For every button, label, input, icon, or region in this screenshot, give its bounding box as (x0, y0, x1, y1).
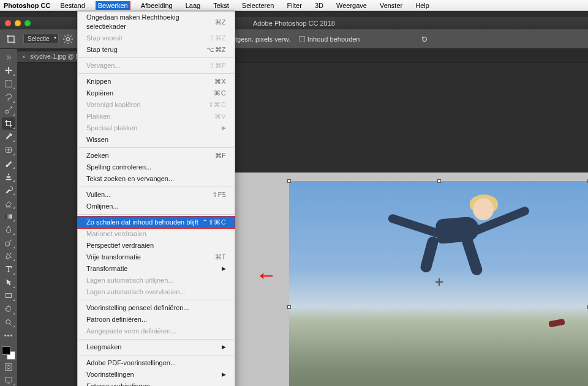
menu-item-transformatie[interactable]: Transformatie▶ (78, 263, 235, 275)
svg-point-10 (7, 365, 10, 368)
rectangle-shape-tool[interactable] (2, 290, 15, 302)
menu-item-label: Spelling controleren... (86, 163, 151, 172)
svg-rect-9 (6, 363, 12, 370)
image[interactable] (289, 181, 588, 386)
menubar-item-bestand[interactable]: Bestand (58, 1, 87, 10)
rect-marquee-tool[interactable] (2, 78, 15, 90)
foreground-background-colors[interactable] (2, 346, 15, 360)
check-label: Inhoud behouden (307, 35, 360, 43)
menu-item-vrije-transformatie[interactable]: Vrije transformatie⌘T (78, 251, 235, 263)
pen-tool[interactable] (2, 250, 15, 262)
menu-shortcut: ⌘V (214, 112, 226, 121)
tools-collapse-toggle[interactable] (2, 51, 15, 64)
menu-item-adobe-pdf-voorinstellingen[interactable]: Adobe PDF-voorinstellingen... (78, 357, 235, 369)
menu-item-label: Voorinstelling penseel definiëren... (86, 303, 189, 313)
menu-shortcut: ⌘X (214, 77, 226, 86)
menubar-item-afbeelding[interactable]: Afbeelding (138, 1, 175, 10)
crop-preset-select[interactable]: Selectie (23, 34, 59, 44)
menu-item-voorinstellingen[interactable]: Voorinstellingen▶ (78, 369, 235, 380)
content-aware-checkbox[interactable]: Inhoud behouden (299, 35, 360, 43)
menubar-item-bewerken[interactable]: Bewerken (96, 1, 130, 10)
menu-item-zoeken[interactable]: Zoeken⌘F (78, 150, 235, 161)
type-tool[interactable] (2, 263, 15, 275)
quick-mask-toggle[interactable] (2, 361, 15, 373)
menu-shortcut: ⇧F5 (212, 190, 226, 199)
svg-rect-11 (6, 377, 12, 382)
menu-item-voorinstelling-penseel-defini-ren[interactable]: Voorinstelling penseel definiëren... (78, 302, 235, 314)
menubar-item-venster[interactable]: Venster (377, 1, 405, 10)
menu-item-label: Perspectief verdraaien (86, 241, 154, 250)
quick-select-tool[interactable] (2, 105, 15, 117)
reset-crop-button[interactable] (418, 33, 431, 45)
hand-tool[interactable] (2, 303, 15, 315)
transform-handle[interactable] (287, 305, 291, 309)
healing-brush-tool[interactable] (2, 144, 15, 156)
edit-menu-dropdown: Ongedaan maken Rechthoekig selectiekader… (77, 11, 235, 386)
dodge-tool[interactable] (2, 237, 15, 249)
menu-item-marionet-verdraaien: Marionet verdraaien (78, 228, 235, 240)
menubar-item-help[interactable]: Help (413, 1, 432, 10)
menu-item-label: Zo schalen dat inhoud behouden blijft (86, 218, 198, 227)
clone-stamp-tool[interactable] (2, 171, 15, 183)
lasso-tool[interactable] (2, 91, 15, 103)
menu-item-label: Lagen automatisch uitlijnen... (86, 276, 173, 285)
path-select-tool[interactable] (2, 277, 15, 289)
menu-item-knippen[interactable]: Knippen⌘X (78, 76, 235, 87)
history-brush-tool[interactable] (2, 184, 15, 196)
transform-handle[interactable] (437, 179, 441, 183)
menubar-item-selecteren[interactable]: Selecteren (239, 1, 277, 10)
eraser-tool[interactable] (2, 197, 15, 209)
menu-item-label: Tekst zoeken en vervangen... (86, 174, 174, 184)
menu-item-zo-schalen-dat-inhoud-behouden-blijft[interactable]: Zo schalen dat inhoud behouden blijft⌃⇧⌘… (78, 217, 235, 228)
menu-shortcut: ⇧⌘Z (209, 34, 226, 43)
screen-mode-button[interactable] (2, 374, 15, 386)
menu-item-spelling-controleren[interactable]: Spelling controleren... (78, 161, 235, 173)
menubar-item-tekst[interactable]: Tekst (211, 1, 232, 10)
menu-shortcut: ⌘C (214, 89, 226, 98)
eyedropper-tool[interactable] (2, 131, 15, 143)
menu-item-label: Stap terug (86, 45, 118, 54)
menubar-app-name: Photoshop CC (4, 2, 50, 9)
menu-item-externe-verbindingen[interactable]: Externe verbindingen... (78, 380, 235, 386)
menu-item-patroon-defini-ren[interactable]: Patroon definiëren... (78, 314, 235, 325)
menu-item-leegmaken[interactable]: Leegmaken▶ (78, 341, 235, 353)
menubar-item-laag[interactable]: Laag (183, 1, 203, 10)
menu-item-label: Speciaal plakken (86, 124, 137, 133)
menu-item-stap-terug[interactable]: Stap terug⌥⌘Z (78, 44, 235, 56)
menu-item-ongedaan-maken-rechthoekig-selectiekader[interactable]: Ongedaan maken Rechthoekig selectiekader… (78, 12, 235, 32)
gradient-tool[interactable] (2, 210, 15, 223)
menu-item-label: Aangepaste vorm definiëren... (86, 327, 176, 336)
brush-tool[interactable] (2, 157, 15, 169)
zoom-tool[interactable] (2, 316, 15, 328)
svg-point-8 (6, 319, 10, 324)
menubar-item-filter[interactable]: Filter (284, 1, 304, 10)
move-tool[interactable] (2, 65, 15, 77)
annotation-arrow: ← (256, 263, 277, 287)
submenu-caret-icon: ▶ (222, 370, 226, 379)
menu-item-label: Vervagen... (86, 61, 121, 70)
menu-separator (78, 73, 234, 74)
menu-item-perspectief-verdraaien[interactable]: Perspectief verdraaien (78, 240, 235, 251)
menu-item-label: Kopiëren (86, 89, 113, 98)
crop-tool[interactable] (2, 117, 15, 130)
menubar-item-3d[interactable]: 3D (312, 1, 326, 10)
menu-item-label: Lagen automatisch overvloeien... (86, 288, 185, 297)
svg-point-2 (6, 110, 9, 113)
close-tab-icon[interactable]: × (22, 54, 25, 60)
menu-item-label: Zoeken (86, 151, 109, 160)
menu-shortcut: ⇧⌘C (208, 100, 226, 109)
menu-shortcut: ⌥⌘Z (206, 45, 226, 54)
menu-item-wissen[interactable]: Wissen (78, 134, 235, 146)
edit-toolbar-button[interactable]: ••• (2, 329, 15, 341)
transform-handle[interactable] (287, 179, 291, 183)
menu-item-lagen-automatisch-overvloeien: Lagen automatisch overvloeien... (78, 286, 235, 298)
options-gear-icon[interactable] (62, 34, 74, 45)
transform-center-icon[interactable] (435, 278, 443, 286)
menu-item-omlijnen[interactable]: Omlijnen... (78, 201, 235, 212)
menu-item-tekst-zoeken-en-vervangen[interactable]: Tekst zoeken en vervangen... (78, 173, 235, 185)
menu-item-kopi-ren[interactable]: Kopiëren⌘C (78, 87, 235, 99)
menu-item-speciaal-plakken: Speciaal plakken▶ (78, 122, 235, 134)
blur-tool[interactable] (2, 223, 15, 236)
menubar-item-weergave[interactable]: Weergave (334, 1, 369, 10)
menu-item-vullen[interactable]: Vullen...⇧F5 (78, 189, 235, 201)
